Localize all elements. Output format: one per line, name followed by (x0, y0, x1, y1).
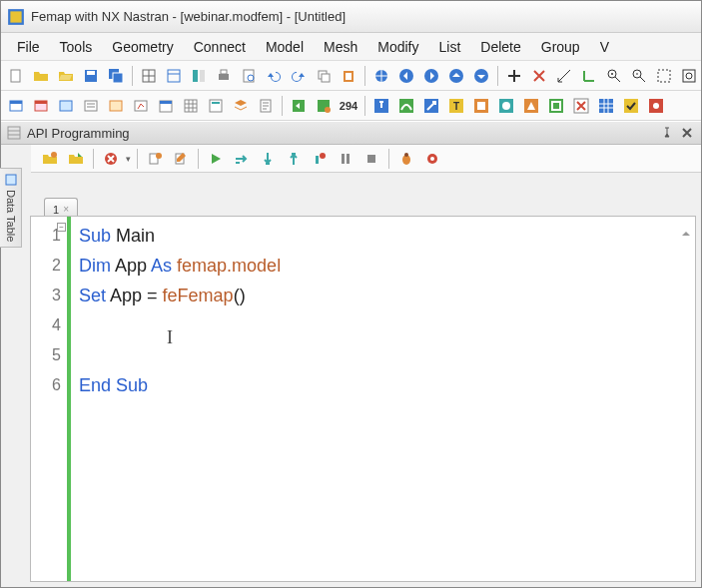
element-1-icon[interactable] (470, 95, 492, 117)
panel-close-icon[interactable] (679, 125, 695, 141)
zoom-window-icon[interactable] (653, 65, 675, 87)
step-into-icon[interactable] (257, 148, 279, 170)
svg-rect-15 (221, 70, 227, 74)
mesh-tool-icon[interactable] (595, 95, 617, 117)
window-6-icon[interactable] (130, 95, 152, 117)
layers-icon[interactable] (230, 95, 252, 117)
panel-grip-icon (7, 126, 21, 140)
svg-rect-1 (10, 11, 21, 22)
measure-icon[interactable] (553, 65, 575, 87)
stop-icon[interactable] (360, 148, 382, 170)
side-tab-label: Data Table (5, 190, 17, 242)
arrow-tool-icon[interactable] (420, 95, 442, 117)
calendar-icon[interactable] (155, 95, 177, 117)
grid-icon[interactable] (138, 65, 160, 87)
run-icon[interactable] (205, 148, 227, 170)
props-icon[interactable] (205, 95, 227, 117)
window-3-icon[interactable] (55, 95, 77, 117)
pin-icon[interactable] (370, 95, 392, 117)
run-green-icon[interactable] (288, 95, 310, 117)
save-icon[interactable] (80, 65, 102, 87)
watch-icon[interactable] (421, 148, 443, 170)
star-tool-icon[interactable] (645, 95, 667, 117)
menu-file[interactable]: File (9, 35, 48, 59)
x-tool-icon[interactable] (528, 65, 550, 87)
api-open-icon[interactable] (39, 148, 61, 170)
open-folder-2-icon[interactable] (55, 65, 77, 87)
window-4-icon[interactable] (80, 95, 102, 117)
main-toolbar-1 (1, 61, 701, 91)
svg-rect-44 (210, 100, 222, 112)
api-delete-icon[interactable] (100, 148, 122, 170)
paste-icon[interactable] (338, 65, 359, 87)
table-icon[interactable] (163, 65, 185, 87)
run-config-icon[interactable] (313, 95, 335, 117)
menu-delete[interactable]: Delete (472, 35, 528, 59)
print-icon[interactable] (213, 65, 235, 87)
axis-icon[interactable] (578, 65, 600, 87)
code-content[interactable]: − I Sub Main Dim App As femap.model Set … (71, 217, 695, 581)
svg-rect-56 (477, 102, 485, 110)
code-line[interactable]: Sub Main (79, 221, 687, 251)
window-1-icon[interactable] (5, 95, 27, 117)
menu-mesh[interactable]: Mesh (316, 35, 365, 59)
menu-connect[interactable]: Connect (186, 35, 254, 59)
api-new-icon[interactable] (144, 148, 166, 170)
report-icon[interactable] (255, 95, 277, 117)
nav-up-icon[interactable] (445, 65, 467, 87)
zoom-out-icon[interactable] (628, 65, 650, 87)
tab-close-icon[interactable]: × (63, 204, 69, 215)
element-3-icon[interactable] (520, 95, 542, 117)
menu-group[interactable]: Group (533, 35, 588, 59)
delete-tool-icon[interactable] (570, 95, 592, 117)
menu-v[interactable]: V (592, 35, 617, 59)
nav-right-icon[interactable] (420, 65, 442, 87)
side-tab-data-table[interactable]: Data Table (0, 168, 22, 248)
step-over-icon[interactable] (231, 148, 253, 170)
api-edit-icon[interactable] (170, 148, 192, 170)
breakpoint-icon[interactable] (309, 148, 331, 170)
api-save-icon[interactable] (65, 148, 87, 170)
svg-rect-30 (683, 70, 695, 82)
panel-pin-icon[interactable] (659, 125, 675, 141)
menu-geometry[interactable]: Geometry (104, 35, 181, 59)
globe-icon[interactable] (370, 65, 392, 87)
scroll-up-icon[interactable] (681, 225, 691, 235)
pause-icon[interactable] (335, 148, 356, 170)
window-2-icon[interactable] (30, 95, 52, 117)
code-editor[interactable]: 123456 − I Sub Main Dim App As femap.mod… (30, 216, 696, 582)
copy-icon[interactable] (313, 65, 335, 87)
plus-icon[interactable] (503, 65, 525, 87)
nav-down-icon[interactable] (470, 65, 492, 87)
fold-toggle-icon[interactable]: − (57, 223, 66, 232)
code-line[interactable]: Set App = feFemap() (79, 281, 687, 310)
check-tool-icon[interactable] (620, 95, 642, 117)
editor-tab-label: 1 (53, 204, 59, 216)
window-5-icon[interactable] (105, 95, 127, 117)
new-file-icon[interactable] (5, 65, 27, 87)
undo-icon[interactable] (263, 65, 285, 87)
table-view-icon[interactable] (180, 95, 202, 117)
code-line[interactable]: Dim App As femap.model (79, 251, 687, 281)
open-folder-icon[interactable] (30, 65, 52, 87)
preview-icon[interactable] (238, 65, 260, 87)
text-tool-icon[interactable]: T (445, 95, 467, 117)
zoom-fit-icon[interactable] (678, 65, 700, 87)
code-line[interactable]: End Sub (79, 370, 687, 400)
redo-icon[interactable] (288, 65, 310, 87)
save-all-icon[interactable] (105, 65, 127, 87)
menu-model[interactable]: Model (258, 35, 312, 59)
zoom-in-icon[interactable] (603, 65, 625, 87)
curve-icon[interactable] (395, 95, 417, 117)
svg-rect-2 (11, 70, 20, 82)
step-out-icon[interactable] (283, 148, 305, 170)
bug-icon[interactable] (395, 148, 417, 170)
nav-left-icon[interactable] (395, 65, 417, 87)
element-4-icon[interactable] (545, 95, 567, 117)
menu-tools[interactable]: Tools (52, 35, 101, 59)
menu-list[interactable]: List (430, 35, 468, 59)
element-2-icon[interactable] (495, 95, 517, 117)
menu-modify[interactable]: Modify (369, 35, 426, 59)
svg-rect-62 (599, 99, 613, 113)
layout-icon[interactable] (188, 65, 210, 87)
